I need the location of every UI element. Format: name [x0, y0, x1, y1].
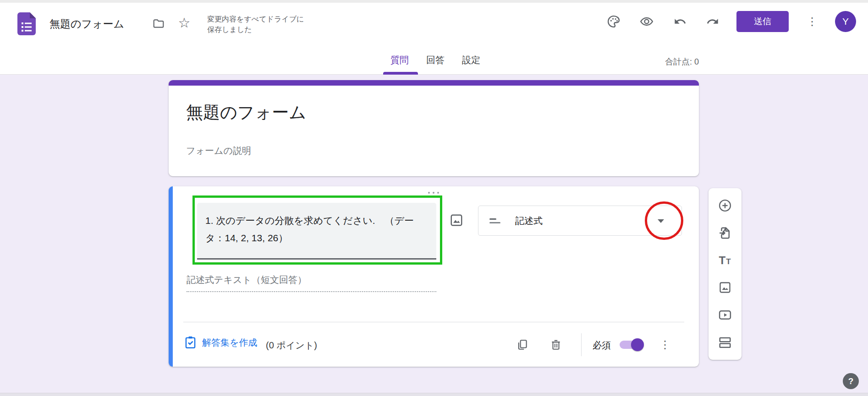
undo-button[interactable] — [671, 12, 689, 31]
add-image-button[interactable] — [716, 278, 734, 297]
duplicate-question-button[interactable] — [512, 335, 533, 355]
question-more-options-button[interactable]: ⋮ — [655, 335, 675, 355]
add-title-description-button[interactable]: TT — [716, 251, 734, 270]
form-description-input[interactable]: フォームの説明 — [186, 145, 251, 157]
trash-icon — [550, 339, 562, 351]
chevron-down-icon[interactable] — [658, 219, 664, 223]
toggle-thumb — [631, 338, 644, 351]
points-label: (0 ポイント) — [266, 339, 317, 352]
more-options-button[interactable]: ⋮ — [803, 12, 821, 31]
short-answer-icon — [489, 218, 500, 223]
tab-responses[interactable]: 回答 — [426, 54, 445, 66]
save-status: 変更内容をすべてドライブに 保存しました — [207, 14, 304, 35]
import-icon — [718, 226, 732, 240]
eye-icon — [640, 15, 654, 28]
send-button[interactable]: 送信 — [736, 11, 789, 32]
add-question-button[interactable] — [716, 196, 734, 215]
add-video-button[interactable] — [716, 306, 734, 324]
plus-circle-icon — [718, 199, 732, 212]
folder-icon — [152, 17, 165, 29]
question-title-input[interactable]: 1. 次のデータの分散を求めてください. （データ：14, 2, 13, 26） — [197, 203, 436, 260]
customize-theme-button[interactable] — [604, 12, 623, 31]
account-avatar[interactable]: Y — [835, 11, 856, 32]
tab-settings[interactable]: 設定 — [462, 54, 480, 66]
app-header: 無題のフォーム ☆ 変更内容をすべてドライブに 保存しました — [0, 3, 868, 75]
answer-preview-placeholder: 記述式テキスト（短文回答） — [187, 274, 307, 286]
answer-key-icon — [184, 336, 197, 349]
kebab-icon: ⋮ — [659, 339, 670, 350]
document-title[interactable]: 無題のフォーム — [49, 17, 124, 31]
form-title-input[interactable]: 無題のフォーム — [186, 101, 306, 124]
answer-preview-underline — [187, 291, 436, 292]
form-card-accent-bar — [169, 80, 699, 86]
help-button[interactable]: ? — [843, 373, 859, 389]
image-icon — [719, 281, 731, 294]
star-button[interactable]: ☆ — [175, 13, 193, 32]
star-icon: ☆ — [178, 15, 191, 31]
add-section-button[interactable] — [716, 333, 734, 352]
redo-icon — [706, 15, 719, 28]
window-bottom-strip — [0, 393, 868, 396]
move-to-folder-button[interactable] — [149, 14, 168, 33]
active-tab-underline — [383, 72, 418, 75]
required-toggle[interactable] — [620, 341, 641, 349]
tab-questions[interactable]: 質問 — [390, 54, 409, 66]
forms-logo-icon[interactable] — [17, 12, 36, 35]
answer-key-button[interactable]: 解答集を作成 — [184, 336, 257, 349]
drag-handle-icon[interactable] — [423, 190, 445, 196]
question-selected-bar — [169, 186, 173, 367]
redo-button[interactable] — [703, 12, 722, 31]
footer-vertical-divider — [581, 333, 582, 356]
question-toolbar: TT — [709, 188, 742, 360]
video-icon — [718, 308, 732, 322]
answer-key-label: 解答集を作成 — [202, 336, 257, 349]
image-icon — [450, 213, 463, 227]
delete-question-button[interactable] — [546, 335, 566, 355]
preview-button[interactable] — [637, 12, 656, 31]
question-mark-icon: ? — [848, 376, 854, 386]
title-text-icon: TT — [719, 254, 731, 267]
form-title-card — [169, 80, 699, 176]
question-type-dropdown[interactable]: 記述式 — [478, 206, 682, 236]
undo-icon — [674, 15, 687, 28]
section-icon — [718, 336, 732, 349]
required-label: 必須 — [593, 339, 611, 352]
total-points-label: 合計点: 0 — [648, 56, 699, 67]
question-type-label: 記述式 — [515, 215, 543, 227]
copy-icon — [516, 339, 528, 351]
google-forms-window: 無題のフォーム ☆ 変更内容をすべてドライブに 保存しました — [0, 0, 868, 396]
question-footer-divider — [183, 322, 684, 322]
palette-icon — [607, 15, 621, 28]
kebab-icon: ⋮ — [807, 16, 818, 27]
add-image-to-question-button[interactable] — [447, 211, 466, 229]
import-questions-button[interactable] — [716, 224, 734, 242]
